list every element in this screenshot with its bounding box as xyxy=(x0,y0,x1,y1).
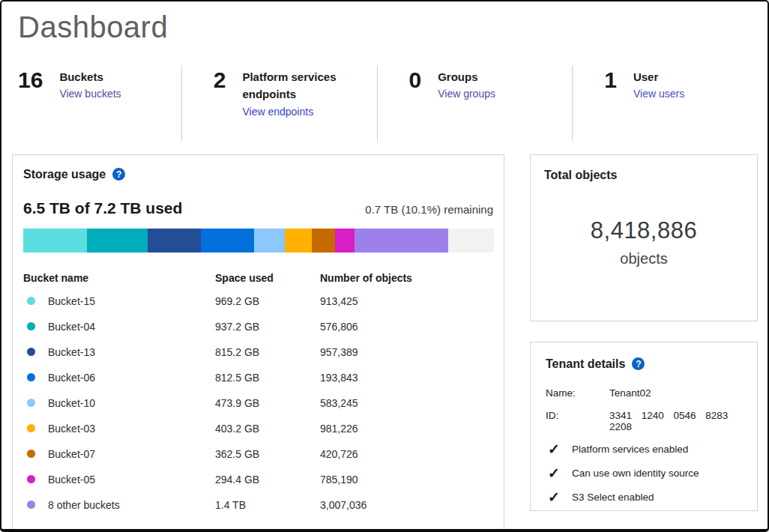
total-objects-count: 8,418,886 xyxy=(591,217,697,244)
bucket-color-dot xyxy=(27,399,35,407)
bar-segment-bucket-07[interactable] xyxy=(312,229,336,253)
bucket-color-dot xyxy=(27,348,35,356)
feature-label: S3 Select enabled xyxy=(572,492,654,503)
bucket-name: Bucket-15 xyxy=(48,295,95,307)
total-objects-panel: Total objects 8,418,886 objects xyxy=(530,154,758,321)
table-row: Bucket-15969.2 GB913,425 xyxy=(23,288,493,314)
view-buckets-link[interactable]: View buckets xyxy=(59,88,121,100)
stats-row: 16 Buckets View buckets 2 Platform servi… xyxy=(1,65,768,141)
bucket-object-count: 785,190 xyxy=(320,474,493,486)
help-icon[interactable]: ? xyxy=(112,168,125,181)
bucket-object-count: 981,226 xyxy=(320,423,493,435)
table-row: Bucket-04937.2 GB576,806 xyxy=(23,314,493,339)
tenant-name-label: Name: xyxy=(546,387,609,399)
bucket-space-used: 937.2 GB xyxy=(215,321,320,333)
storage-remaining-summary: 0.7 TB (10.1%) remaining xyxy=(365,203,493,216)
bucket-name: Bucket-06 xyxy=(48,372,95,384)
check-icon: ✓ xyxy=(548,490,560,504)
tenant-id-value: 3341 1240 0546 8283 2208 xyxy=(609,410,742,432)
bar-segment-8-other-buckets[interactable] xyxy=(355,229,448,253)
groups-count: 0 xyxy=(409,68,422,118)
stat-users: 1 User View users xyxy=(573,65,768,141)
bucket-color-dot xyxy=(27,501,35,509)
bucket-name: Bucket-13 xyxy=(48,346,95,358)
storage-usage-stacked-bar xyxy=(23,229,494,253)
bar-segment-bucket-10[interactable] xyxy=(254,229,285,253)
users-count: 1 xyxy=(604,68,617,118)
feature-s3-select: ✓ S3 Select enabled xyxy=(546,490,742,504)
bucket-color-dot xyxy=(27,297,35,305)
bucket-space-used: 403.2 GB xyxy=(215,423,320,435)
bucket-space-used: 969.2 GB xyxy=(215,295,320,307)
bucket-name: Bucket-07 xyxy=(48,448,95,460)
feature-label: Platform services enabled xyxy=(572,444,688,455)
page-title: Dashboard xyxy=(18,10,768,44)
bucket-space-used: 362.5 GB xyxy=(215,448,320,460)
tenant-id-label: ID: xyxy=(546,410,609,432)
endpoints-label: Platform services endpoints xyxy=(242,68,341,103)
main-content: Storage usage ? 6.5 TB of 7.2 TB used 0.… xyxy=(12,154,758,532)
col-space-used: Space used xyxy=(215,272,320,284)
storage-used-summary: 6.5 TB of 7.2 TB used xyxy=(23,199,182,217)
bucket-name: Bucket-10 xyxy=(48,397,95,409)
bucket-space-used: 294.4 GB xyxy=(215,474,320,486)
bucket-space-used: 812.5 GB xyxy=(215,372,320,384)
tenant-name-value: Tenant02 xyxy=(609,387,742,399)
bucket-object-count: 576,806 xyxy=(320,321,493,333)
groups-label: Groups xyxy=(438,68,495,85)
bar-segment-bucket-04[interactable] xyxy=(87,229,148,253)
tenant-id-row: ID: 3341 1240 0546 8283 2208 xyxy=(546,410,742,432)
view-groups-link[interactable]: View groups xyxy=(438,88,495,100)
bucket-space-used: 815.2 GB xyxy=(215,346,320,358)
tenant-details-panel: Tenant details ? Name: Tenant02 ID: 3341… xyxy=(530,342,758,511)
table-row: Bucket-03403.2 GB981,226 xyxy=(23,416,493,441)
feature-platform-services: ✓ Platform services enabled xyxy=(546,442,742,456)
help-icon[interactable]: ? xyxy=(632,357,645,370)
bucket-color-dot xyxy=(27,450,35,458)
table-row: Bucket-13815.2 GB957,389 xyxy=(23,339,493,365)
view-endpoints-link[interactable]: View endpoints xyxy=(242,106,313,118)
feature-label: Can use own identity source xyxy=(572,468,699,479)
bucket-table-header: Bucket name Space used Number of objects xyxy=(23,270,493,288)
bucket-color-dot xyxy=(27,475,35,483)
view-users-link[interactable]: View users xyxy=(633,88,684,100)
right-column: Total objects 8,418,886 objects Tenant d… xyxy=(530,154,758,511)
table-row: Bucket-05294.4 GB785,190 xyxy=(23,467,493,492)
dashboard-page: Dashboard 16 Buckets View buckets 2 Plat… xyxy=(0,0,769,532)
bucket-color-dot xyxy=(27,373,35,381)
buckets-label: Buckets xyxy=(59,68,121,85)
storage-usage-panel: Storage usage ? 6.5 TB of 7.2 TB used 0.… xyxy=(12,154,504,532)
table-row: 8 other buckets1.4 TB3,007,036 xyxy=(23,492,493,518)
bar-segment-bucket-15[interactable] xyxy=(23,229,87,253)
table-row: Bucket-06812.5 GB193,843 xyxy=(23,365,493,390)
bar-segment-bucket-03[interactable] xyxy=(285,229,311,253)
buckets-count: 16 xyxy=(18,68,43,118)
col-bucket-name: Bucket name xyxy=(23,272,215,284)
tenant-name-row: Name: Tenant02 xyxy=(546,387,742,399)
bucket-name: Bucket-04 xyxy=(48,321,95,333)
bucket-table: Bucket name Space used Number of objects… xyxy=(23,270,493,518)
bucket-object-count: 420,726 xyxy=(320,448,493,460)
bar-segment-bucket-13[interactable] xyxy=(148,229,201,253)
check-icon: ✓ xyxy=(548,466,560,480)
bucket-object-count: 913,425 xyxy=(320,295,493,307)
stat-groups: 0 Groups View groups xyxy=(378,65,573,141)
bar-segment-bucket-06[interactable] xyxy=(201,229,254,253)
storage-usage-title: Storage usage xyxy=(23,168,106,181)
bar-segment-remaining[interactable] xyxy=(448,229,494,253)
table-row: Bucket-10473.9 GB583,245 xyxy=(23,390,493,416)
bar-segment-bucket-05[interactable] xyxy=(335,229,355,253)
stat-buckets: 16 Buckets View buckets xyxy=(1,65,182,141)
bucket-space-used: 1.4 TB xyxy=(215,499,320,511)
bucket-object-count: 193,843 xyxy=(320,372,493,384)
col-number-of-objects: Number of objects xyxy=(320,272,493,284)
bucket-space-used: 473.9 GB xyxy=(215,397,320,409)
bucket-object-count: 957,389 xyxy=(320,346,493,358)
check-icon: ✓ xyxy=(548,442,560,456)
table-row: Bucket-07362.5 GB420,726 xyxy=(23,441,493,467)
stat-endpoints: 2 Platform services endpoints View endpo… xyxy=(182,65,378,141)
bucket-object-count: 3,007,036 xyxy=(320,499,493,511)
bucket-color-dot xyxy=(27,424,35,432)
bucket-object-count: 583,245 xyxy=(320,397,493,409)
tenant-details-title: Tenant details xyxy=(546,357,625,371)
